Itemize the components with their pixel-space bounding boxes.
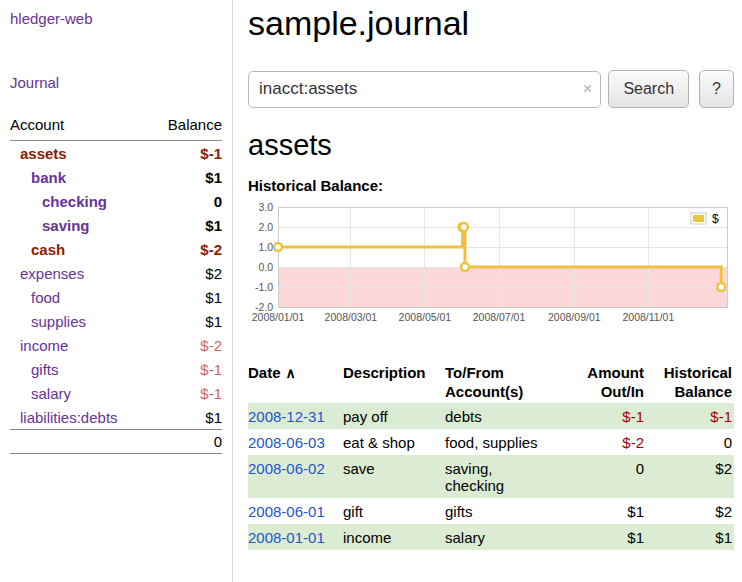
account-link-checking[interactable]: checking (42, 193, 107, 210)
col-header-amount-label2: Out/In (572, 382, 644, 401)
register-header: Date∧ Description To/From Account(s) Amo… (248, 362, 734, 403)
col-header-balance-label2: Balance (646, 382, 732, 401)
accounts-total-row: 0 (10, 430, 222, 454)
register-table: Date∧ Description To/From Account(s) Amo… (248, 362, 734, 550)
account-row: gifts$-1 (10, 357, 222, 381)
transaction-date-link[interactable]: 2008-01-01 (248, 529, 325, 546)
accounts-table: Account Balance assets$-1bank$1checking0… (10, 112, 222, 454)
svg-text:2008/01/01: 2008/01/01 (252, 311, 305, 323)
account-balance: $1 (151, 213, 222, 237)
account-balance: $1 (151, 285, 222, 309)
account-balance: $1 (151, 165, 222, 189)
svg-text:2008/07/01: 2008/07/01 (473, 311, 526, 323)
transaction-description: eat & shop (343, 429, 445, 455)
svg-text:1.0: 1.0 (258, 241, 273, 253)
accounts-header-account: Account (10, 112, 151, 141)
chart-title: Historical Balance: (248, 177, 734, 194)
col-header-description[interactable]: Description (343, 362, 445, 403)
col-header-date-label: Date (248, 364, 281, 381)
register-row: 2008-06-02savesaving,checking0$2 (248, 455, 734, 498)
col-header-balance[interactable]: Historical Balance (646, 362, 734, 403)
transaction-description: pay off (343, 403, 445, 429)
transaction-amount: $1 (572, 524, 646, 550)
col-header-date[interactable]: Date∧ (248, 362, 343, 403)
transaction-balance: $2 (646, 455, 734, 498)
account-balance: 0 (151, 189, 222, 213)
accounts-total-spacer (10, 430, 151, 454)
register-row: 2008-12-31pay offdebts$-1$-1 (248, 403, 734, 429)
sidebar: hledger-web Journal Account Balance asse… (0, 0, 233, 582)
account-link-supplies[interactable]: supplies (31, 313, 86, 330)
transaction-description: gift (343, 498, 445, 524)
account-row: salary$-1 (10, 381, 222, 405)
svg-text:3.0: 3.0 (258, 201, 273, 213)
account-balance: $1 (151, 309, 222, 333)
transaction-amount: $-2 (572, 429, 646, 455)
data-point-marker (274, 243, 282, 251)
transaction-accounts: debts (445, 403, 572, 429)
transaction-balance: 0 (646, 429, 734, 455)
account-link-food[interactable]: food (31, 289, 60, 306)
register-header-row: Date∧ Description To/From Account(s) Amo… (248, 362, 734, 403)
account-link-bank[interactable]: bank (31, 169, 66, 186)
col-header-balance-label: Historical (664, 364, 732, 381)
col-header-amount[interactable]: Amount Out/In (572, 362, 646, 403)
data-point-marker (460, 223, 468, 231)
transaction-amount: $1 (572, 498, 646, 524)
register-row: 2008-06-03eat & shopfood, supplies$-20 (248, 429, 734, 455)
page-title: sample.journal (248, 4, 734, 43)
account-balance: $-2 (151, 237, 222, 261)
app-title-link[interactable]: hledger-web (10, 10, 222, 27)
account-link-cash[interactable]: cash (31, 241, 65, 258)
svg-text:2008/05/01: 2008/05/01 (399, 311, 452, 323)
account-balance: $2 (151, 261, 222, 285)
svg-text:-1.0: -1.0 (255, 281, 273, 293)
account-row: assets$-1 (10, 141, 222, 166)
col-header-description-label: Description (343, 364, 426, 381)
account-link-liabilities-debts[interactable]: liabilities:debts (20, 409, 118, 426)
transaction-accounts: salary (445, 524, 572, 550)
col-header-accounts[interactable]: To/From Account(s) (445, 362, 572, 403)
svg-text:2008/09/01: 2008/09/01 (548, 311, 601, 323)
search-button[interactable]: Search (608, 70, 689, 108)
transaction-balance: $1 (646, 524, 734, 550)
transaction-description: income (343, 524, 445, 550)
account-balance: $-1 (151, 381, 222, 405)
help-button[interactable]: ? (699, 70, 734, 108)
legend-label: $ (712, 212, 719, 226)
svg-text:2008/11/01: 2008/11/01 (623, 311, 675, 323)
search-form: × Search ? (248, 70, 734, 108)
account-row: bank$1 (10, 165, 222, 189)
account-row: saving$1 (10, 213, 222, 237)
account-link-income[interactable]: income (20, 337, 68, 354)
main-content: sample.journal × Search ? assets Histori… (233, 0, 742, 550)
transaction-date-link[interactable]: 2008-06-02 (248, 460, 325, 477)
svg-text:2008/03/01: 2008/03/01 (325, 311, 378, 323)
clear-search-icon[interactable]: × (582, 79, 592, 99)
sidebar-item-journal[interactable]: Journal (10, 74, 222, 91)
transaction-accounts: food, supplies (445, 429, 572, 455)
search-input[interactable] (248, 71, 601, 108)
col-header-accounts-label: To/From (445, 364, 504, 381)
account-link-saving[interactable]: saving (42, 217, 90, 234)
transaction-date-link[interactable]: 2008-12-31 (248, 408, 325, 425)
account-link-expenses[interactable]: expenses (20, 265, 84, 282)
svg-text:2.0: 2.0 (258, 221, 273, 233)
transaction-date-link[interactable]: 2008-06-01 (248, 503, 325, 520)
account-row: cash$-2 (10, 237, 222, 261)
accounts-header-balance: Balance (151, 112, 222, 141)
transaction-balance: $2 (646, 498, 734, 524)
account-balance: $-2 (151, 333, 222, 357)
register-body: 2008-12-31pay offdebts$-1$-12008-06-03ea… (248, 403, 734, 550)
sort-ascending-icon: ∧ (286, 365, 296, 381)
account-link-assets[interactable]: assets (20, 145, 67, 162)
account-link-gifts[interactable]: gifts (31, 361, 59, 378)
col-header-amount-label: Amount (587, 364, 644, 381)
account-heading: assets (248, 129, 734, 162)
accounts-body: assets$-1bank$1checking0saving$1cash$-2e… (10, 141, 222, 430)
account-link-salary[interactable]: salary (31, 385, 71, 402)
transaction-amount: $-1 (572, 403, 646, 429)
search-input-wrap: × (248, 71, 601, 108)
accounts-header-row: Account Balance (10, 112, 222, 141)
transaction-date-link[interactable]: 2008-06-03 (248, 434, 325, 451)
